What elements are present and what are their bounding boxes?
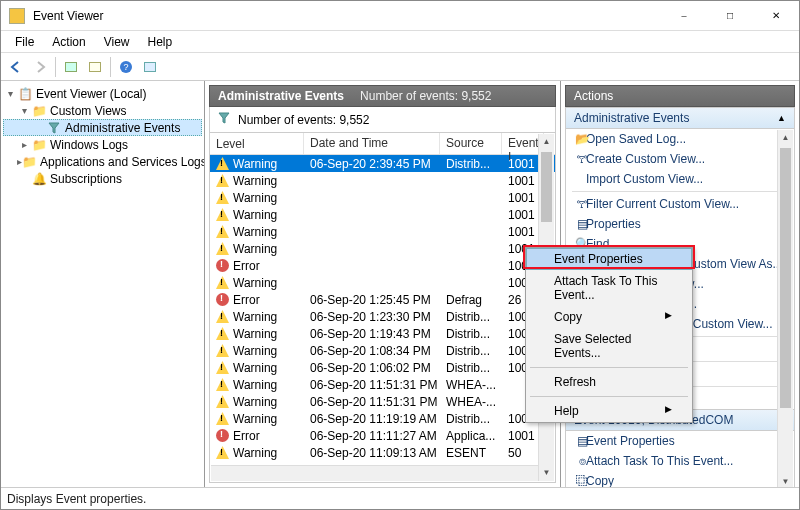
maximize-button[interactable]: □ bbox=[707, 1, 753, 31]
action-open-saved-log[interactable]: 📂Open Saved Log... bbox=[566, 129, 794, 149]
events-grid: Level Date and Time Source Event I Warni… bbox=[209, 133, 556, 483]
ctx-refresh[interactable]: Refresh bbox=[526, 371, 692, 393]
table-row[interactable]: Warning1001 bbox=[210, 274, 555, 291]
forward-button[interactable] bbox=[29, 56, 51, 78]
warning-icon bbox=[216, 276, 229, 289]
copy-icon: ⿻ bbox=[574, 473, 590, 487]
warning-icon bbox=[216, 327, 229, 340]
tree-label: Subscriptions bbox=[50, 172, 122, 186]
toolbar-icon-3[interactable] bbox=[139, 56, 161, 78]
table-row[interactable]: Warning06-Sep-20 11:19:19 AMDistrib...10… bbox=[210, 410, 555, 427]
tree-subscriptions[interactable]: 🔔 Subscriptions bbox=[3, 170, 202, 187]
action-copy[interactable]: ⿻Copy▶ bbox=[566, 471, 794, 487]
back-button[interactable] bbox=[5, 56, 27, 78]
scroll-thumb[interactable] bbox=[780, 148, 791, 408]
col-source[interactable]: Source bbox=[440, 133, 502, 154]
tree-root[interactable]: ▾📋 Event Viewer (Local) bbox=[3, 85, 202, 102]
action-filter-current[interactable]: 🝖Filter Current Custom View... bbox=[566, 194, 794, 214]
table-row[interactable]: Warning1001 bbox=[210, 189, 555, 206]
ctx-help[interactable]: Help▶ bbox=[526, 400, 692, 422]
tree-label: Applications and Services Logs bbox=[40, 155, 205, 169]
header-count: Number of events: 9,552 bbox=[360, 89, 491, 103]
cell-level: Warning bbox=[233, 242, 277, 256]
tree-label: Windows Logs bbox=[50, 138, 128, 152]
cell-source: WHEA-... bbox=[440, 395, 502, 409]
events-pane: Administrative Events Number of events: … bbox=[205, 81, 561, 487]
tree-apps-logs[interactable]: ▸📁 Applications and Services Logs bbox=[3, 153, 202, 170]
close-button[interactable]: ✕ bbox=[753, 1, 799, 31]
help-icon[interactable]: ? bbox=[115, 56, 137, 78]
action-attach-task-event[interactable]: ⌾Attach Task To This Event... bbox=[566, 451, 794, 471]
cell-level: Error bbox=[233, 429, 260, 443]
table-row[interactable]: Warning06-Sep-20 1:08:34 PMDistrib...100… bbox=[210, 342, 555, 359]
table-row[interactable]: Warning06-Sep-20 1:19:43 PMDistrib...100… bbox=[210, 325, 555, 342]
warning-icon bbox=[216, 191, 229, 204]
cell-level: Error bbox=[233, 259, 260, 273]
col-date[interactable]: Date and Time bbox=[304, 133, 440, 154]
action-properties[interactable]: ▤Properties bbox=[566, 214, 794, 234]
toolbar-icon-2[interactable] bbox=[84, 56, 106, 78]
cell-date: 06-Sep-20 1:08:34 PM bbox=[304, 344, 440, 358]
cell-date: 06-Sep-20 11:51:31 PM bbox=[304, 395, 440, 409]
cell-date: 06-Sep-20 11:19:19 AM bbox=[304, 412, 440, 426]
tree-pane: ▾📋 Event Viewer (Local) ▾📁 Custom Views … bbox=[1, 81, 205, 487]
table-row[interactable]: Warning06-Sep-20 1:23:30 PMDistrib...100… bbox=[210, 308, 555, 325]
warning-icon bbox=[216, 242, 229, 255]
menu-action[interactable]: Action bbox=[44, 33, 93, 51]
cell-level: Warning bbox=[233, 225, 277, 239]
action-event-properties[interactable]: ▤Event Properties bbox=[566, 431, 794, 451]
action-import-custom-view[interactable]: Import Custom View... bbox=[566, 169, 794, 189]
table-row[interactable]: Warning1001 bbox=[210, 206, 555, 223]
tree-label: Custom Views bbox=[50, 104, 126, 118]
scroll-down-icon[interactable]: ▼ bbox=[778, 474, 793, 487]
cell-date: 06-Sep-20 11:09:13 AM bbox=[304, 446, 440, 460]
menu-view[interactable]: View bbox=[96, 33, 138, 51]
warning-icon bbox=[216, 361, 229, 374]
table-row[interactable]: Warning1001 bbox=[210, 223, 555, 240]
grid-header[interactable]: Level Date and Time Source Event I bbox=[210, 133, 555, 155]
menu-help[interactable]: Help bbox=[140, 33, 181, 51]
table-row[interactable]: Warning06-Sep-20 1:06:02 PMDistrib...100… bbox=[210, 359, 555, 376]
col-level[interactable]: Level bbox=[210, 133, 304, 154]
table-row[interactable]: Error100 bbox=[210, 257, 555, 274]
table-row[interactable]: Error06-Sep-20 11:11:27 AMApplica...1001 bbox=[210, 427, 555, 444]
header-title: Administrative Events bbox=[218, 89, 344, 103]
minimize-button[interactable]: – bbox=[661, 1, 707, 31]
tree-admin-events[interactable]: Administrative Events bbox=[3, 119, 202, 136]
collapse-icon[interactable]: ▲ bbox=[777, 113, 786, 123]
cell-level: Warning bbox=[233, 446, 277, 460]
ctx-event-properties[interactable]: Event Properties bbox=[526, 248, 692, 270]
tree-windows-logs[interactable]: ▸📁 Windows Logs bbox=[3, 136, 202, 153]
warning-icon bbox=[216, 344, 229, 357]
table-row[interactable]: Error06-Sep-20 1:25:45 PMDefrag26 bbox=[210, 291, 555, 308]
ctx-copy[interactable]: Copy▶ bbox=[526, 306, 692, 328]
toolbar-icon-1[interactable] bbox=[60, 56, 82, 78]
horizontal-scrollbar[interactable] bbox=[211, 465, 538, 481]
eventviewer-icon: 📋 bbox=[17, 87, 33, 101]
separator bbox=[530, 367, 688, 368]
warning-icon bbox=[216, 378, 229, 391]
scroll-up-icon[interactable]: ▲ bbox=[778, 130, 793, 146]
tree-custom-views[interactable]: ▾📁 Custom Views bbox=[3, 102, 202, 119]
scroll-thumb[interactable] bbox=[541, 152, 552, 222]
table-row[interactable]: Warning06-Sep-20 11:09:13 AMESENT50 bbox=[210, 444, 555, 461]
cell-level: Warning bbox=[233, 344, 277, 358]
cell-date: 06-Sep-20 11:11:27 AM bbox=[304, 429, 440, 443]
ctx-save-selected[interactable]: Save Selected Events... bbox=[526, 328, 692, 364]
action-create-custom-view[interactable]: 🝖Create Custom View... bbox=[566, 149, 794, 169]
table-row[interactable]: Warning06-Sep-20 11:51:31 PMWHEA-... bbox=[210, 376, 555, 393]
vertical-scrollbar[interactable]: ▲ ▼ bbox=[777, 130, 793, 487]
table-row[interactable]: Warning06-Sep-20 11:51:31 PMWHEA-... bbox=[210, 393, 555, 410]
cell-source: Distrib... bbox=[440, 361, 502, 375]
scroll-up-icon[interactable]: ▲ bbox=[539, 134, 554, 150]
table-row[interactable]: Warning1001 bbox=[210, 240, 555, 257]
table-row[interactable]: Warning1001 bbox=[210, 172, 555, 189]
separator bbox=[530, 396, 688, 397]
warning-icon bbox=[216, 157, 229, 170]
scroll-down-icon[interactable]: ▼ bbox=[539, 465, 554, 481]
ctx-attach-task[interactable]: Attach Task To This Event... bbox=[526, 270, 692, 306]
open-icon: 📂 bbox=[574, 131, 590, 147]
menu-file[interactable]: File bbox=[7, 33, 42, 51]
actions-group-header[interactable]: Administrative Events ▲ bbox=[566, 108, 794, 129]
table-row[interactable]: Warning06-Sep-20 2:39:45 PMDistrib...100… bbox=[210, 155, 555, 172]
